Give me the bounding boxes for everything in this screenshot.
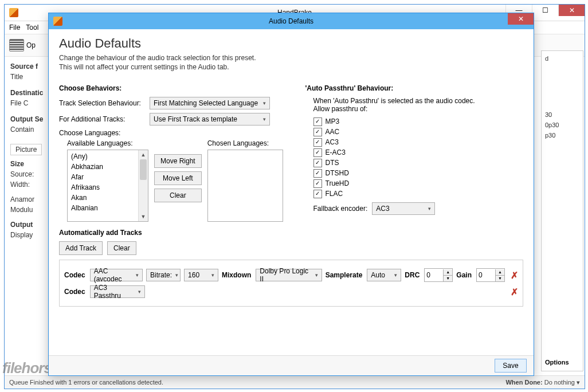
dialog-title-text: Audio Defaults [269, 17, 313, 25]
chevron-down-icon: ▾ [315, 272, 318, 278]
chevron-down-icon: ▾ [136, 272, 139, 278]
bg-title: Title [10, 73, 23, 81]
codec-label: TrueHD [326, 178, 350, 189]
codec-label: Codec [64, 271, 85, 279]
codec-label: Codec [64, 288, 85, 296]
menu-file[interactable]: File [9, 23, 20, 32]
list-item[interactable]: Afrikaans [68, 182, 148, 193]
drc-spinner[interactable]: ▲▼ [424, 268, 453, 282]
delete-track-icon[interactable]: ✗ [511, 270, 518, 281]
left-column: Choose Behaviors: Track Selection Behavi… [59, 82, 288, 222]
bg-dest: Destinatic [10, 89, 43, 97]
close-button[interactable]: ✕ [558, 5, 585, 16]
tab-picture[interactable]: Picture [10, 144, 42, 155]
gain-spinner[interactable]: ▲▼ [476, 268, 505, 282]
scroll-down-icon[interactable]: ▼ [139, 212, 148, 221]
delete-track-icon[interactable]: ✗ [511, 287, 518, 297]
preset-item[interactable]: 0p30 [545, 120, 582, 130]
auto-passthru-desc1: When 'Auto Passthru' is selected as the … [313, 97, 523, 105]
auto-passthru-desc2: Allow passthru of: [313, 105, 523, 113]
mixdown-label: Mixdown [222, 271, 251, 279]
drc-label: DRC [405, 271, 420, 279]
checkbox-dtshd[interactable]: ✓ [313, 169, 322, 178]
available-languages-listbox[interactable]: (Any) Abkhazian Afar Afrikaans Akan Alba… [67, 150, 148, 222]
mixdown-dropdown[interactable]: Dolby Pro Logic II▾ [256, 269, 322, 281]
bg-src: Source: [10, 170, 34, 178]
samplerate-label: Samplerate [326, 271, 363, 279]
preset-item[interactable]: p30 [545, 130, 582, 140]
checkbox-flac[interactable]: ✓ [313, 190, 322, 198]
bitrate-dropdown[interactable]: 160▾ [184, 269, 218, 281]
gain-input[interactable] [477, 271, 495, 279]
add-track-button[interactable]: Add Track [59, 241, 103, 255]
preset-item[interactable]: 30 [545, 109, 582, 120]
menu-tool[interactable]: Tool [26, 23, 38, 32]
gain-label: Gain [456, 271, 472, 279]
chosen-languages-caption: Chosen Languages: [207, 139, 283, 147]
when-done: When Done: Do nothing ▾ [505, 379, 580, 386]
preset-item[interactable]: d [545, 53, 582, 64]
checkbox-ac3[interactable]: ✓ [313, 138, 322, 147]
additional-tracks-dropdown[interactable]: Use First Track as template▾ [150, 113, 270, 126]
scroll-thumb[interactable] [140, 159, 147, 180]
chevron-down-icon: ▾ [428, 206, 431, 211]
bg-output: Output Se [10, 115, 43, 123]
checkbox-aac[interactable]: ✓ [313, 128, 322, 136]
bitrate-mode-dropdown[interactable]: Bitrate:▾ [146, 269, 181, 281]
track-selection-label: Track Selection Behaviour: [59, 99, 145, 107]
list-item[interactable]: Albanian [68, 203, 148, 213]
scroll-up-icon[interactable]: ▲ [139, 150, 148, 159]
checkbox-mp3[interactable]: ✓ [313, 117, 322, 126]
codec-label: DTS [326, 158, 339, 168]
fallback-encoder-label: Fallback encoder: [313, 205, 368, 213]
right-column: 'Auto Passthru' Behaviour: When 'Auto Pa… [305, 82, 523, 222]
dialog-body: Audio Defaults Change the behaviour of t… [49, 29, 534, 356]
chevron-down-icon: ▾ [211, 272, 214, 278]
save-button[interactable]: Save [495, 359, 527, 373]
clear-languages-button[interactable]: Clear [154, 189, 202, 202]
checkbox-truehd[interactable]: ✓ [313, 179, 322, 188]
when-done-value[interactable]: Do nothing [544, 379, 575, 386]
move-right-button[interactable]: Move Right [154, 154, 202, 168]
fallback-encoder-dropdown[interactable]: AC3▾ [372, 202, 435, 215]
chevron-down-icon: ▾ [138, 289, 141, 295]
checkbox-dts[interactable]: ✓ [313, 159, 322, 167]
samplerate-dropdown[interactable]: Auto▾ [367, 269, 401, 281]
additional-tracks-label: For Additional Tracks: [59, 115, 145, 123]
list-item[interactable]: Afar [68, 172, 148, 182]
dialog-footer: Save [49, 355, 534, 375]
bg-disp: Display [10, 231, 33, 239]
spin-down-icon[interactable]: ▼ [444, 276, 452, 281]
spin-down-icon[interactable]: ▼ [496, 276, 504, 281]
when-done-label: When Done: [505, 379, 542, 386]
chosen-languages-listbox[interactable] [207, 150, 283, 222]
bg-out: Output [10, 221, 33, 229]
codec-label: AC3 [326, 137, 339, 147]
list-item[interactable]: Abkhazian [68, 162, 148, 172]
status-bar: Queue Finished with 1 errors or cancella… [5, 375, 585, 389]
track-selection-dropdown[interactable]: First Matching Selected Language▾ [150, 97, 270, 109]
checkbox-eac3[interactable]: ✓ [313, 148, 322, 157]
spin-up-icon[interactable]: ▲ [444, 269, 452, 276]
clear-tracks-button[interactable]: Clear [107, 241, 136, 255]
drc-input[interactable] [425, 271, 443, 279]
list-item[interactable]: (Any) [68, 151, 148, 162]
page-subtitle: Change the behaviour of the audio track … [59, 53, 523, 72]
app-icon [9, 8, 18, 17]
bg-anamor: Anamor [10, 195, 34, 203]
codec-dropdown[interactable]: AC3 Passthru▾ [90, 285, 145, 298]
preset-options[interactable]: Options [545, 357, 569, 367]
clapboard-icon [9, 39, 24, 52]
codec-label: FLAC [326, 189, 343, 199]
spin-up-icon[interactable]: ▲ [496, 269, 504, 276]
chevron-down-icon: ▾ [175, 272, 178, 278]
move-left-button[interactable]: Move Left [154, 171, 202, 185]
dialog-close-button[interactable]: ✕ [508, 13, 534, 25]
scrollbar[interactable]: ▲ ▼ [138, 150, 148, 221]
codec-dropdown[interactable]: AAC (avcodec▾ [90, 269, 143, 281]
maximize-button[interactable]: ☐ [532, 5, 558, 16]
toolbar-open[interactable]: Op [9, 39, 36, 52]
codec-label: E-AC3 [326, 147, 346, 158]
toolbar-open-label: Op [26, 41, 36, 49]
list-item[interactable]: Akan [68, 193, 148, 203]
